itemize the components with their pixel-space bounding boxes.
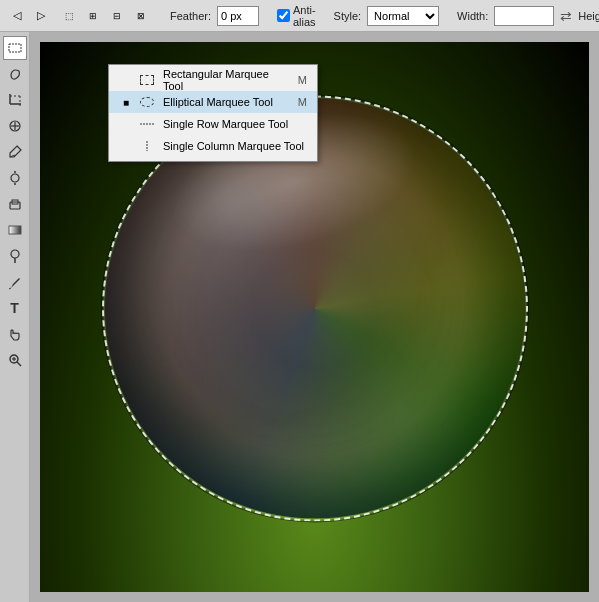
antialias-checkbox[interactable]	[277, 9, 290, 22]
toolbar: ◁ ▷ ⬚ ⊞ ⊟ ⊠ Feather: Anti-alias Style: N…	[0, 0, 599, 32]
svg-line-19	[17, 362, 21, 366]
toolbox: T	[0, 32, 30, 602]
style-select[interactable]: Normal Fixed Ratio Fixed Size	[367, 6, 439, 26]
menu-check-col	[119, 141, 133, 152]
subtract-selection-btn[interactable]: ⊟	[106, 5, 128, 27]
height-label: Height:	[578, 10, 599, 22]
svg-point-9	[11, 174, 19, 182]
menu-item-single-column[interactable]: Single Column Marquee Tool	[109, 135, 317, 157]
width-label: Width:	[457, 10, 488, 22]
menu-shortcut-ellipse: M	[298, 96, 307, 108]
menu-label-col: Single Column Marquee Tool	[163, 140, 307, 152]
main-area: T	[0, 32, 599, 602]
toolbar-tool-icons: ◁ ▷	[6, 5, 52, 27]
marquee-mode-group: ⬚ ⊞ ⊟ ⊠	[58, 5, 152, 27]
toolbox-lasso[interactable]	[3, 62, 27, 86]
menu-label-rect: Rectangular Marquee Tool	[163, 68, 290, 92]
add-selection-btn[interactable]: ⊞	[82, 5, 104, 27]
svg-rect-0	[9, 44, 21, 52]
toolbox-hand[interactable]	[3, 322, 27, 346]
svg-line-17	[9, 288, 11, 289]
antialias-label: Anti-alias	[293, 4, 316, 28]
new-selection-btn[interactable]: ⬚	[58, 5, 80, 27]
canvas-area: Rectangular Marquee Tool M ■ Elliptical …	[30, 32, 599, 602]
antialias-group: Anti-alias	[277, 4, 316, 28]
toolbox-heal[interactable]	[3, 114, 27, 138]
menu-label-ellipse: Elliptical Marquee Tool	[163, 96, 290, 108]
menu-check-ellipse: ■	[119, 97, 133, 108]
menu-icon-col	[137, 137, 157, 155]
width-input[interactable]	[494, 6, 554, 26]
toolbox-brush[interactable]	[3, 140, 27, 164]
toolbox-dodge[interactable]	[3, 244, 27, 268]
toolbox-pen[interactable]	[3, 270, 27, 294]
toolbox-gradient[interactable]	[3, 218, 27, 242]
svg-rect-14	[9, 226, 21, 234]
menu-item-elliptical-marquee[interactable]: ■ Elliptical Marquee Tool M	[109, 91, 317, 113]
feather-input[interactable]	[217, 6, 259, 26]
toolbar-history-fwd[interactable]: ▷	[30, 5, 52, 27]
menu-icon-ellipse	[137, 93, 157, 111]
toolbox-type[interactable]: T	[3, 296, 27, 320]
swap-icon[interactable]: ⇄	[560, 8, 572, 24]
toolbar-history-back[interactable]: ◁	[6, 5, 28, 27]
menu-item-rectangular-marquee[interactable]: Rectangular Marquee Tool M	[109, 69, 317, 91]
intersect-selection-btn[interactable]: ⊠	[130, 5, 152, 27]
menu-check-rect	[119, 75, 133, 86]
menu-check-row	[119, 119, 133, 130]
toolbox-zoom[interactable]	[3, 348, 27, 372]
svg-point-15	[11, 250, 19, 258]
toolbox-selection[interactable]	[3, 36, 27, 60]
menu-shortcut-rect: M	[298, 74, 307, 86]
menu-label-row: Single Row Marquee Tool	[163, 118, 307, 130]
style-label: Style:	[334, 10, 362, 22]
toolbox-eraser[interactable]	[3, 192, 27, 216]
menu-item-single-row[interactable]: Single Row Marquee Tool	[109, 113, 317, 135]
toolbox-crop[interactable]	[3, 88, 27, 112]
toolbox-clone[interactable]	[3, 166, 27, 190]
feather-label: Feather:	[170, 10, 211, 22]
tool-dropdown-menu: Rectangular Marquee Tool M ■ Elliptical …	[108, 64, 318, 162]
menu-icon-rect	[137, 71, 157, 89]
menu-icon-row	[137, 115, 157, 133]
